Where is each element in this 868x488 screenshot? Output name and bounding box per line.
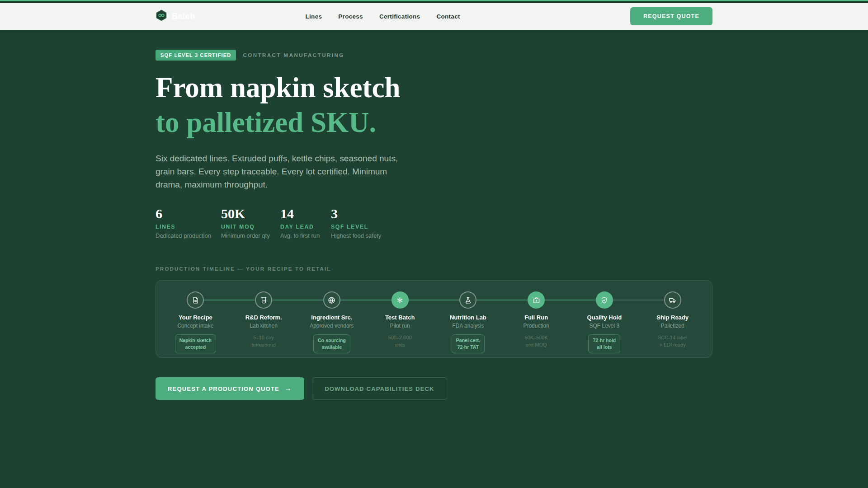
stat-block: 50K UNIT MOQ Minimum order qty — [221, 206, 280, 239]
timeline-step: Full Run Production 50K–500Kunit MOQ — [502, 291, 571, 353]
nav-link-certifications[interactable]: Certifications — [379, 13, 420, 20]
nav-link-contact[interactable]: Contact — [436, 13, 460, 20]
step-subtitle: Palletized — [638, 323, 707, 329]
beaker-icon — [255, 291, 272, 309]
timeline-eyebrow: PRODUCTION TIMELINE — YOUR RECIPE TO RET… — [156, 266, 712, 272]
step-meta: 72-hr holdall lots — [588, 334, 620, 353]
step-subtitle: Production — [502, 323, 571, 329]
timeline-steps: Your Recipe Concept intake Napkin sketch… — [156, 281, 712, 357]
stats-row: 6 LINES Dedicated production 50K UNIT MO… — [156, 206, 712, 239]
timeline-step: Ingredient Src. Approved vendors Co-sour… — [298, 291, 366, 353]
stat-label: LINES — [156, 224, 221, 230]
hero-title-line2: to palletized SKU. — [156, 107, 376, 138]
batch-logo-icon — [156, 9, 167, 23]
timeline-step: R&D Reform. Lab kitchen 5–10 dayturnarou… — [230, 291, 298, 353]
step-subtitle: Lab kitchen — [230, 323, 298, 329]
flask-icon — [459, 291, 476, 309]
shield-check-icon — [596, 291, 613, 309]
step-title: Nutrition Lab — [434, 314, 502, 321]
step-title: Your Recipe — [161, 314, 230, 321]
timeline-step: Nutrition Lab FDA analysis Panel cert.72… — [434, 291, 502, 353]
stat-label: DAY LEAD — [280, 224, 331, 230]
file-text-icon — [187, 291, 204, 309]
request-quote-button[interactable]: REQUEST QUOTE — [630, 7, 712, 25]
step-meta: 5–10 dayturnaround — [252, 334, 276, 349]
stat-value: 6 — [156, 206, 221, 221]
stat-value: 14 — [280, 206, 331, 221]
stat-sublabel: Highest food safety — [331, 232, 712, 239]
stat-block: 14 DAY LEAD Avg. to first run — [280, 206, 331, 239]
step-subtitle: Pilot run — [366, 323, 434, 329]
nav: LinesProcessCertificationsContact — [306, 13, 460, 20]
nav-link-process[interactable]: Process — [338, 13, 363, 20]
hero-section: SQF LEVEL 3 CERTIFIED CONTRACT MANUFACTU… — [156, 30, 712, 400]
burst-icon — [392, 291, 409, 309]
step-subtitle: Concept intake — [161, 323, 230, 329]
stat-sublabel: Dedicated production — [156, 232, 221, 239]
stat-block: 6 LINES Dedicated production — [156, 206, 221, 239]
stat-label: UNIT MOQ — [221, 224, 280, 230]
step-meta: 500–2,000units — [388, 334, 412, 349]
stat-label: SQF LEVEL — [331, 224, 712, 230]
step-subtitle: SQF Level 3 — [571, 323, 639, 329]
timeline-step: Ship Ready Palletized SCC-14 label+ EDI … — [638, 291, 707, 353]
stat-block: 3 SQF LEVEL Highest food safety — [331, 206, 712, 239]
hero-description: Six dedicated lines. Extruded puffs, ket… — [156, 152, 411, 191]
cta-row: REQUEST A PRODUCTION QUOTE → DOWNLOAD CA… — [156, 377, 712, 400]
timeline-step: Test Batch Pilot run 500–2,000units — [366, 291, 434, 353]
truck-icon — [664, 291, 681, 309]
step-title: Ingredient Src. — [298, 314, 366, 321]
timeline-step: Your Recipe Concept intake Napkin sketch… — [161, 291, 230, 353]
arrow-right-icon: → — [284, 385, 292, 393]
globe-icon — [323, 291, 340, 309]
stat-value: 50K — [221, 206, 280, 221]
request-production-quote-button[interactable]: REQUEST A PRODUCTION QUOTE → — [156, 377, 304, 400]
stat-value: 3 — [331, 206, 712, 221]
timeline-step: Quality Hold SQF Level 3 72-hr holdall l… — [571, 291, 639, 353]
step-meta: Panel cert.72-hr TAT — [452, 334, 485, 353]
brand[interactable]: Batch — [156, 9, 195, 23]
stat-sublabel: Minimum order qty — [221, 232, 280, 239]
hero-title-line1: From napkin sketch — [156, 72, 400, 103]
brand-name: Batch — [172, 12, 195, 21]
step-title: Test Batch — [366, 314, 434, 321]
download-capabilities-deck-button[interactable]: DOWNLOAD CAPABILITIES DECK — [312, 377, 447, 400]
step-subtitle: FDA analysis — [434, 323, 502, 329]
header: Batch LinesProcessCertificationsContact … — [0, 3, 868, 30]
step-meta: SCC-14 label+ EDI ready — [658, 334, 687, 349]
certification-badge: SQF LEVEL 3 CERTIFIED — [156, 50, 236, 61]
step-title: R&D Reform. — [230, 314, 298, 321]
hero-title: From napkin sketch to palletized SKU. — [156, 70, 712, 140]
step-meta: Napkin sketchaccepted — [175, 334, 216, 353]
step-title: Full Run — [502, 314, 571, 321]
step-subtitle: Approved vendors — [298, 323, 366, 329]
step-meta: 50K–500Kunit MOQ — [524, 334, 547, 349]
nav-link-lines[interactable]: Lines — [306, 13, 322, 20]
step-title: Quality Hold — [571, 314, 639, 321]
hero-eyebrow: CONTRACT MANUFACTURING — [243, 52, 344, 58]
primary-cta-label: REQUEST A PRODUCTION QUOTE — [168, 385, 279, 392]
stat-sublabel: Avg. to first run — [280, 232, 331, 239]
timeline-card: Your Recipe Concept intake Napkin sketch… — [156, 280, 712, 358]
briefcase-icon — [528, 291, 545, 309]
step-title: Ship Ready — [638, 314, 707, 321]
step-meta: Co-sourcingavailable — [313, 334, 350, 353]
